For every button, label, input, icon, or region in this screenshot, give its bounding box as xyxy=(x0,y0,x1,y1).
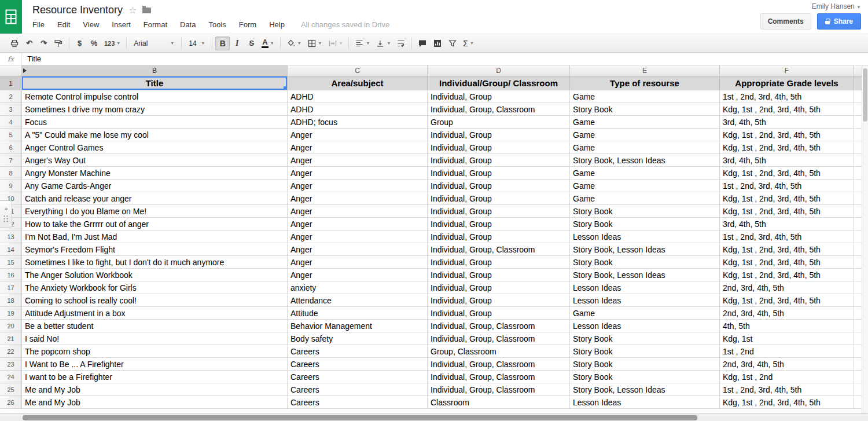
row-header-7[interactable]: 7 xyxy=(0,154,22,167)
fill-color-button[interactable]: ▼ xyxy=(284,36,304,50)
cell-F19[interactable]: 2nd, 3rd, 4th, 5th xyxy=(720,307,854,320)
cell-E3[interactable]: Story Book xyxy=(570,103,720,116)
print-button[interactable] xyxy=(7,36,22,50)
row-header-1[interactable]: 1 xyxy=(0,76,22,90)
star-icon[interactable]: ☆ xyxy=(128,6,137,15)
cell-B18[interactable]: Coming to school is really cool! xyxy=(22,294,288,307)
filter-button[interactable] xyxy=(445,36,460,50)
menu-form[interactable]: Form xyxy=(234,19,261,30)
horizontal-scrollbar-thumb[interactable] xyxy=(23,415,697,420)
cell-E10[interactable]: Game xyxy=(570,192,720,205)
cell-D21[interactable]: Individual, Group, Classroom xyxy=(428,332,570,345)
row-header-23[interactable]: 23 xyxy=(0,358,22,371)
cell-C9[interactable]: Anger xyxy=(288,180,428,192)
cell-C24[interactable]: Careers xyxy=(288,371,428,383)
cell-B10[interactable]: Catch and release your anger xyxy=(22,192,288,205)
menu-view[interactable]: View xyxy=(78,19,104,30)
cell-F10[interactable]: Kdg, 1st , 2nd, 3rd, 4th, 5th xyxy=(720,192,854,205)
cell-F18[interactable]: Kdg, 1st , 2nd, 3rd, 4th, 5th xyxy=(720,294,854,307)
cell-E17[interactable]: Lesson Ideas xyxy=(570,281,720,294)
cell-C3[interactable]: ADHD xyxy=(288,103,428,116)
redo-button[interactable]: ↷ xyxy=(36,36,51,50)
font-family-select[interactable]: Arial▼ xyxy=(130,36,178,50)
cell-C25[interactable]: Careers xyxy=(288,383,428,396)
cell-E26[interactable]: Lesson Ideas xyxy=(570,396,720,409)
cell-D1[interactable]: Individual/Group/ Classroom xyxy=(428,76,570,90)
cell-D16[interactable]: Individual, Group xyxy=(428,269,570,281)
cell-D18[interactable]: Individual, Group xyxy=(428,294,570,307)
column-header-D[interactable]: D xyxy=(428,65,570,76)
cell-F20[interactable]: 4th, 5th xyxy=(720,320,854,332)
paint-format-button[interactable] xyxy=(51,36,66,50)
cell-E4[interactable]: Game xyxy=(570,116,720,129)
horizontal-scrollbar[interactable] xyxy=(0,413,868,421)
formula-input[interactable]: Title xyxy=(22,53,868,65)
hidden-column-indicator[interactable] xyxy=(23,68,27,73)
cell-F17[interactable]: 2nd, 3rd, 4th, 5th xyxy=(720,281,854,294)
cell-B19[interactable]: Attitude Adjustment in a box xyxy=(22,307,288,320)
cell-B4[interactable]: Focus xyxy=(22,116,288,129)
cell-B26[interactable]: Me and My Job xyxy=(22,396,288,409)
number-format-button[interactable]: 123▼ xyxy=(101,36,123,50)
cell-E16[interactable]: Story Book, Lesson Ideas xyxy=(570,269,720,281)
bold-button[interactable]: B xyxy=(215,36,230,50)
row-header-5[interactable]: 5 xyxy=(0,129,22,141)
cell-F4[interactable]: 3rd, 4th, 5th xyxy=(720,116,854,129)
insert-chart-button[interactable] xyxy=(430,36,445,50)
cell-C11[interactable]: Anger xyxy=(288,205,428,218)
cell-C16[interactable]: Anger xyxy=(288,269,428,281)
cell-B2[interactable]: Remote Control impulse control xyxy=(22,90,288,103)
comments-button[interactable]: Comments xyxy=(760,13,811,30)
borders-button[interactable]: ▼ xyxy=(304,36,325,50)
italic-button[interactable]: I xyxy=(230,36,244,50)
cell-E11[interactable]: Story Book xyxy=(570,205,720,218)
cell-C12[interactable]: Anger xyxy=(288,218,428,230)
column-header-E[interactable]: E xyxy=(570,65,720,76)
cell-B3[interactable]: Sometimes I drive my mom crazy xyxy=(22,103,288,116)
cell-F1[interactable]: Appropriate Grade levels xyxy=(720,76,854,90)
cell-C23[interactable]: Careers xyxy=(288,358,428,371)
cell-F24[interactable]: Kdg, 1st , 2nd xyxy=(720,371,854,383)
cell-C2[interactable]: ADHD xyxy=(288,90,428,103)
row-header-4[interactable]: 4 xyxy=(0,116,22,129)
cell-E12[interactable]: Story Book xyxy=(570,218,720,230)
row-header-22[interactable]: 22 xyxy=(0,345,22,358)
cell-D3[interactable]: Individual, Group, Classroom xyxy=(428,103,570,116)
cell-B9[interactable]: Any Game Cards-Anger xyxy=(22,180,288,192)
row-header-21[interactable]: 21 xyxy=(0,332,22,345)
cell-D8[interactable]: Individual, Group xyxy=(428,167,570,180)
strikethrough-button[interactable]: S xyxy=(244,36,259,50)
row-header-26[interactable]: 26 xyxy=(0,396,22,409)
cell-C20[interactable]: Behavior Management xyxy=(288,320,428,332)
cell-D22[interactable]: Group, Classroom xyxy=(428,345,570,358)
cell-F5[interactable]: Kdg, 1st , 2nd, 3rd, 4th, 5th xyxy=(720,129,854,141)
cell-C1[interactable]: Area/subject xyxy=(288,76,428,90)
cell-E7[interactable]: Story Book, Lesson Ideas xyxy=(570,154,720,167)
cell-E15[interactable]: Story Book xyxy=(570,256,720,269)
row-header-15[interactable]: 15 xyxy=(0,256,22,269)
cell-C19[interactable]: Attitude xyxy=(288,307,428,320)
cell-E20[interactable]: Lesson Ideas xyxy=(570,320,720,332)
cell-D2[interactable]: Individual, Group xyxy=(428,90,570,103)
cell-B22[interactable]: The popcorn shop xyxy=(22,345,288,358)
row-header-6[interactable]: 6 xyxy=(0,141,22,154)
cell-D12[interactable]: Individual, Group xyxy=(428,218,570,230)
cell-B13[interactable]: I'm Not Bad, I'm Just Mad xyxy=(22,230,288,243)
row-header-17[interactable]: 17 xyxy=(0,281,22,294)
cell-F25[interactable]: 1st , 2nd, 3rd, 4th, 5th xyxy=(720,383,854,396)
cell-F22[interactable]: 1st , 2nd xyxy=(720,345,854,358)
user-menu[interactable]: Emily Hansen ▼ xyxy=(812,2,861,10)
folder-icon[interactable] xyxy=(142,8,151,13)
font-size-select[interactable]: 14▼ xyxy=(185,36,209,50)
cell-F16[interactable]: Kdg, 1st , 2nd, 3rd, 4th, 5th xyxy=(720,269,854,281)
cell-C14[interactable]: Anger xyxy=(288,243,428,256)
cell-F2[interactable]: 1st , 2nd, 3rd, 4th, 5th xyxy=(720,90,854,103)
menu-file[interactable]: File xyxy=(32,19,49,30)
cell-B7[interactable]: Anger's Way Out xyxy=(22,154,288,167)
row-header-20[interactable]: 20 xyxy=(0,320,22,332)
cell-C4[interactable]: ADHD; focus xyxy=(288,116,428,129)
insert-comment-button[interactable] xyxy=(415,36,430,50)
cell-D26[interactable]: Classroom xyxy=(428,396,570,409)
cell-D20[interactable]: Individual, Group, Classroom xyxy=(428,320,570,332)
share-button[interactable]: Share xyxy=(817,13,861,30)
